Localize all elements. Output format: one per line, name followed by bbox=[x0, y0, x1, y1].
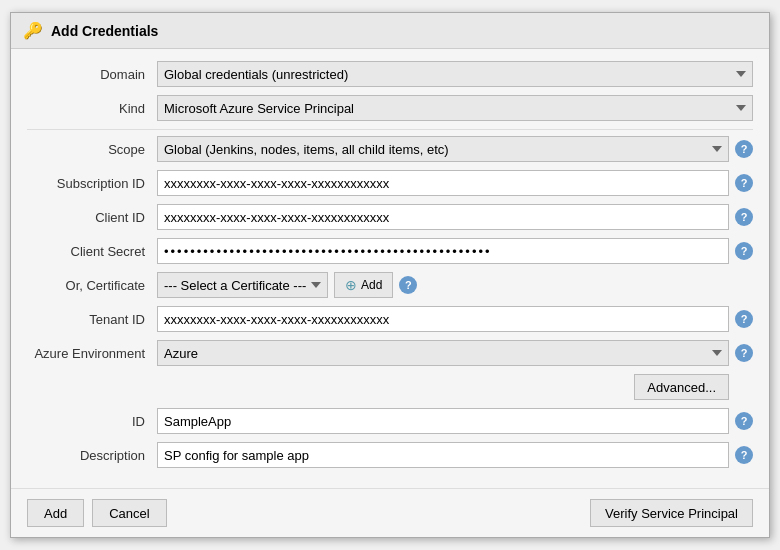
certificate-add-label: Add bbox=[361, 278, 382, 292]
id-control: ? bbox=[157, 408, 753, 434]
tenant-id-input[interactable] bbox=[157, 306, 729, 332]
dialog-title: 🔑 Add Credentials bbox=[11, 13, 769, 49]
add-icon: ⊕ bbox=[345, 277, 357, 293]
azure-environment-control: Azure ? bbox=[157, 340, 753, 366]
id-label: ID bbox=[27, 414, 157, 429]
domain-label: Domain bbox=[27, 67, 157, 82]
domain-control: Global credentials (unrestricted) bbox=[157, 61, 753, 87]
azure-environment-help-icon[interactable]: ? bbox=[735, 344, 753, 362]
description-control: ? bbox=[157, 442, 753, 468]
id-row: ID ? bbox=[27, 408, 753, 434]
azure-environment-select[interactable]: Azure bbox=[157, 340, 729, 366]
add-credentials-dialog: 🔑 Add Credentials Domain Global credenti… bbox=[10, 12, 770, 538]
certificate-label: Or, Certificate bbox=[27, 278, 157, 293]
client-secret-control: ? bbox=[157, 238, 753, 264]
kind-label: Kind bbox=[27, 101, 157, 116]
domain-row: Domain Global credentials (unrestricted) bbox=[27, 61, 753, 87]
tenant-id-label: Tenant ID bbox=[27, 312, 157, 327]
id-help-icon[interactable]: ? bbox=[735, 412, 753, 430]
azure-environment-label: Azure Environment bbox=[27, 346, 157, 361]
subscription-id-label: Subscription ID bbox=[27, 176, 157, 191]
subscription-id-help-icon[interactable]: ? bbox=[735, 174, 753, 192]
description-input[interactable] bbox=[157, 442, 729, 468]
client-secret-help-icon[interactable]: ? bbox=[735, 242, 753, 260]
client-id-help-icon[interactable]: ? bbox=[735, 208, 753, 226]
scope-select[interactable]: Global (Jenkins, nodes, items, all child… bbox=[157, 136, 729, 162]
dialog-body: Domain Global credentials (unrestricted)… bbox=[11, 49, 769, 488]
title-icon: 🔑 bbox=[23, 21, 43, 40]
azure-environment-row: Azure Environment Azure ? bbox=[27, 340, 753, 366]
client-secret-label: Client Secret bbox=[27, 244, 157, 259]
advanced-row: Advanced... bbox=[27, 374, 753, 400]
dialog-footer: Add Cancel Verify Service Principal bbox=[11, 488, 769, 537]
tenant-id-row: Tenant ID ? bbox=[27, 306, 753, 332]
client-id-label: Client ID bbox=[27, 210, 157, 225]
advanced-button[interactable]: Advanced... bbox=[634, 374, 729, 400]
description-label: Description bbox=[27, 448, 157, 463]
subscription-id-control: ? bbox=[157, 170, 753, 196]
subscription-id-row: Subscription ID ? bbox=[27, 170, 753, 196]
scope-row: Scope Global (Jenkins, nodes, items, all… bbox=[27, 136, 753, 162]
tenant-id-control: ? bbox=[157, 306, 753, 332]
scope-control: Global (Jenkins, nodes, items, all child… bbox=[157, 136, 753, 162]
cancel-button[interactable]: Cancel bbox=[92, 499, 166, 527]
footer-left-buttons: Add Cancel bbox=[27, 499, 167, 527]
client-id-row: Client ID ? bbox=[27, 204, 753, 230]
client-id-control: ? bbox=[157, 204, 753, 230]
client-id-input[interactable] bbox=[157, 204, 729, 230]
verify-service-principal-button[interactable]: Verify Service Principal bbox=[590, 499, 753, 527]
description-row: Description ? bbox=[27, 442, 753, 468]
scope-label: Scope bbox=[27, 142, 157, 157]
client-secret-row: Client Secret ? bbox=[27, 238, 753, 264]
separator-1 bbox=[27, 129, 753, 130]
id-input[interactable] bbox=[157, 408, 729, 434]
dialog-title-text: Add Credentials bbox=[51, 23, 158, 39]
certificate-control: --- Select a Certificate --- ⊕ Add ? bbox=[157, 272, 753, 298]
add-button[interactable]: Add bbox=[27, 499, 84, 527]
certificate-select[interactable]: --- Select a Certificate --- bbox=[157, 272, 328, 298]
scope-help-icon[interactable]: ? bbox=[735, 140, 753, 158]
kind-row: Kind Microsoft Azure Service Principal bbox=[27, 95, 753, 121]
domain-select[interactable]: Global credentials (unrestricted) bbox=[157, 61, 753, 87]
tenant-id-help-icon[interactable]: ? bbox=[735, 310, 753, 328]
description-help-icon[interactable]: ? bbox=[735, 446, 753, 464]
certificate-help-icon[interactable]: ? bbox=[399, 276, 417, 294]
kind-select[interactable]: Microsoft Azure Service Principal bbox=[157, 95, 753, 121]
certificate-add-button[interactable]: ⊕ Add bbox=[334, 272, 393, 298]
subscription-id-input[interactable] bbox=[157, 170, 729, 196]
client-secret-input[interactable] bbox=[157, 238, 729, 264]
kind-control: Microsoft Azure Service Principal bbox=[157, 95, 753, 121]
certificate-row: Or, Certificate --- Select a Certificate… bbox=[27, 272, 753, 298]
